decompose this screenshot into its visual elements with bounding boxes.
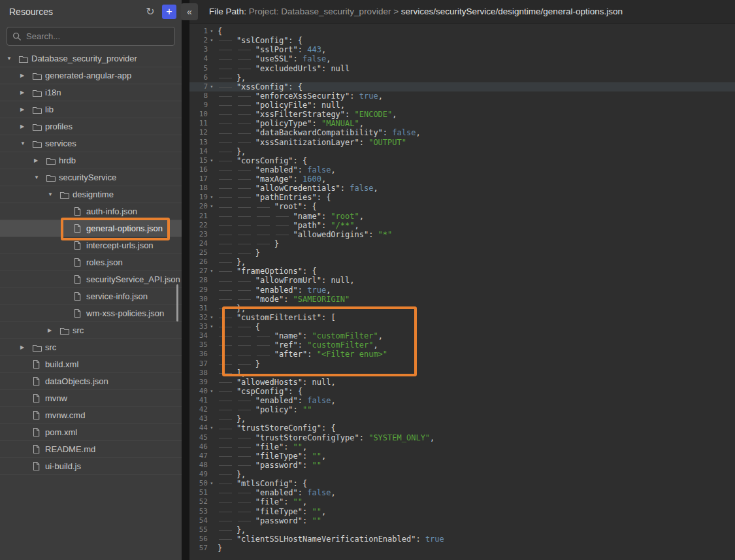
fold-arrow-icon[interactable]: ▾: [208, 423, 216, 433]
tree-item-src[interactable]: ▶src: [0, 339, 182, 356]
code-line-47[interactable]: 47 "fileType": "",: [189, 452, 735, 461]
add-resource-button[interactable]: +: [162, 5, 176, 19]
expand-arrow-icon[interactable]: ▶: [34, 157, 46, 163]
code-line-48[interactable]: 48 "password": "": [189, 461, 735, 470]
fold-arrow-icon[interactable]: ▾: [208, 313, 216, 322]
fold-arrow-icon[interactable]: ▾: [208, 387, 216, 396]
fold-arrow-icon[interactable]: ▾: [208, 193, 216, 202]
tree-item-services[interactable]: ▼services: [0, 135, 182, 152]
code-line-28[interactable]: 28 "allowFromUrl": null,: [189, 276, 735, 285]
expand-arrow-icon[interactable]: ▶: [20, 344, 32, 350]
code-line-20[interactable]: 20▾ "root": {: [189, 202, 735, 211]
code-line-26[interactable]: 26 },: [189, 257, 735, 267]
fold-arrow-icon[interactable]: ▾: [208, 202, 216, 211]
code-line-44[interactable]: 44▾ "trustStoreConfig": {: [189, 423, 735, 433]
code-line-27[interactable]: 27▾ "frameOptions": {: [189, 267, 735, 276]
code-line-30[interactable]: 30 "mode": "SAMEORIGIN": [189, 295, 735, 304]
tree-item-src[interactable]: ▶src: [0, 322, 182, 339]
refresh-icon[interactable]: ↻: [142, 4, 158, 20]
tree-item-Database_security_provider[interactable]: ▼Database_security_provider: [0, 50, 182, 67]
code-line-4[interactable]: 4 "useSSL": false,: [189, 54, 735, 63]
tree-item-i18n[interactable]: ▶i18n: [0, 84, 182, 101]
code-line-53[interactable]: 53 "fileType": "",: [189, 507, 735, 516]
code-line-3[interactable]: 3 "sslPort": 443,: [189, 45, 735, 54]
code-line-36[interactable]: 36 "after": "<Filter enum>": [189, 350, 735, 359]
search-input[interactable]: [26, 31, 169, 41]
collapse-arrow-icon[interactable]: ▼: [7, 56, 18, 61]
code-line-19[interactable]: 19▾ "pathEntries": {: [189, 193, 735, 202]
fold-arrow-icon[interactable]: ▾: [208, 267, 216, 276]
fold-arrow-icon[interactable]: ▾: [208, 479, 216, 488]
code-line-37[interactable]: 37 }: [189, 359, 735, 369]
collapse-arrow-icon[interactable]: ▼: [20, 140, 32, 146]
tree-item-securityService[interactable]: ▼securityService: [0, 169, 182, 186]
tree-item-ui-build.js[interactable]: ui-build.js: [0, 458, 182, 475]
tree-item-designtime[interactable]: ▼designtime: [0, 186, 182, 203]
code-line-15[interactable]: 15▾ "corsConfig": {: [189, 156, 735, 165]
tree-item-README.md[interactable]: README.md: [0, 441, 182, 458]
code-line-50[interactable]: 50▾ "mtlsConfig": {: [189, 479, 735, 488]
code-line-25[interactable]: 25 }: [189, 248, 735, 257]
fold-arrow-icon[interactable]: ▾: [208, 322, 216, 331]
tree-item-hrdb[interactable]: ▶hrdb: [0, 152, 182, 169]
code-line-6[interactable]: 6 },: [189, 73, 735, 82]
tree-item-roles.json[interactable]: roles.json: [0, 254, 182, 271]
tree-item-generated-angular-app[interactable]: ▶generated-angular-app: [0, 67, 182, 84]
tree-item-profiles[interactable]: ▶profiles: [0, 118, 182, 135]
code-line-54[interactable]: 54 "password": "": [189, 516, 735, 525]
code-line-57[interactable]: 57}: [189, 544, 735, 553]
code-line-49[interactable]: 49 },: [189, 470, 735, 479]
code-line-46[interactable]: 46 "file": "",: [189, 442, 735, 452]
code-line-31[interactable]: 31 },: [189, 304, 735, 313]
tree-item-dataObjects.json[interactable]: dataObjects.json: [0, 373, 182, 390]
collapse-arrow-icon[interactable]: ▼: [48, 191, 59, 197]
code-line-22[interactable]: 22 "path": "/**",: [189, 221, 735, 230]
code-line-51[interactable]: 51 "enabled": false,: [189, 488, 735, 497]
sidebar-scrollbar[interactable]: [176, 284, 178, 321]
tree-item-auth-info.json[interactable]: auth-info.json: [0, 203, 182, 220]
code-line-55[interactable]: 55 },: [189, 525, 735, 535]
fold-arrow-icon[interactable]: ▾: [208, 82, 216, 91]
code-line-41[interactable]: 41 "enabled": false,: [189, 396, 735, 405]
code-line-24[interactable]: 24 }: [189, 239, 735, 248]
code-line-40[interactable]: 40▾ "cspConfig": {: [189, 387, 735, 396]
tree-item-wm-xss-policies.json[interactable]: wm-xss-policies.json: [0, 305, 182, 322]
code-editor[interactable]: 1▾{2▾ "sslConfig": {3 "sslPort": 443,4 "…: [189, 24, 735, 553]
expand-arrow-icon[interactable]: ▶: [20, 107, 32, 112]
code-line-14[interactable]: 14 },: [189, 147, 735, 156]
code-line-45[interactable]: 45 "trustStoreConfigType": "SYSTEM_ONLY"…: [189, 433, 735, 442]
tree-item-build.xml[interactable]: build.xml: [0, 356, 182, 373]
code-line-7[interactable]: 7▾ "xssConfig": {: [189, 82, 735, 91]
search-box[interactable]: [7, 27, 175, 46]
code-line-34[interactable]: 34 "name": "customFilter",: [189, 331, 735, 340]
code-line-56[interactable]: 56 "clientSSLHostNameVerificationEnabled…: [189, 535, 735, 544]
code-line-35[interactable]: 35 "ref": "customFilter",: [189, 340, 735, 350]
code-line-29[interactable]: 29 "enabled": true,: [189, 286, 735, 295]
collapse-sidebar-icon[interactable]: «: [181, 3, 198, 20]
tree-item-mvnw.cmd[interactable]: mvnw.cmd: [0, 407, 182, 424]
tree-item-lib[interactable]: ▶lib: [0, 101, 182, 118]
fold-arrow-icon[interactable]: ▾: [208, 36, 216, 45]
code-line-23[interactable]: 23 "allowedOrigins": "*": [189, 230, 735, 239]
code-line-52[interactable]: 52 "file": "",: [189, 497, 735, 506]
code-line-1[interactable]: 1▾{: [189, 27, 735, 36]
code-line-18[interactable]: 18 "allowCredentials": false,: [189, 184, 735, 193]
tree-item-intercept-urls.json[interactable]: intercept-urls.json: [0, 237, 182, 254]
code-line-16[interactable]: 16 "enabled": false,: [189, 165, 735, 174]
collapse-arrow-icon[interactable]: ▼: [34, 174, 46, 180]
code-line-21[interactable]: 21 "name": "root",: [189, 212, 735, 221]
code-line-17[interactable]: 17 "maxAge": 1600,: [189, 174, 735, 184]
code-line-32[interactable]: 32▾ "customFilterList": [: [189, 313, 735, 322]
tree-item-general-options.json[interactable]: general-options.json: [0, 220, 182, 237]
code-line-43[interactable]: 43 },: [189, 414, 735, 423]
fold-arrow-icon[interactable]: ▾: [208, 27, 216, 36]
tree-item-pom.xml[interactable]: pom.xml: [0, 424, 182, 441]
code-line-42[interactable]: 42 "policy": "": [189, 405, 735, 414]
code-line-11[interactable]: 11 "policyType": "MANUAL",: [189, 119, 735, 128]
code-line-2[interactable]: 2▾ "sslConfig": {: [189, 36, 735, 45]
code-line-13[interactable]: 13 "xssSanitizationLayer": "OUTPUT": [189, 138, 735, 147]
expand-arrow-icon[interactable]: ▶: [20, 90, 32, 95]
code-line-12[interactable]: 12 "dataBackwardCompatibility": false,: [189, 128, 735, 137]
code-line-39[interactable]: 39 "allowedHosts": null,: [189, 378, 735, 387]
tree-item-securityService_API.json[interactable]: securityService_API.json: [0, 271, 182, 288]
